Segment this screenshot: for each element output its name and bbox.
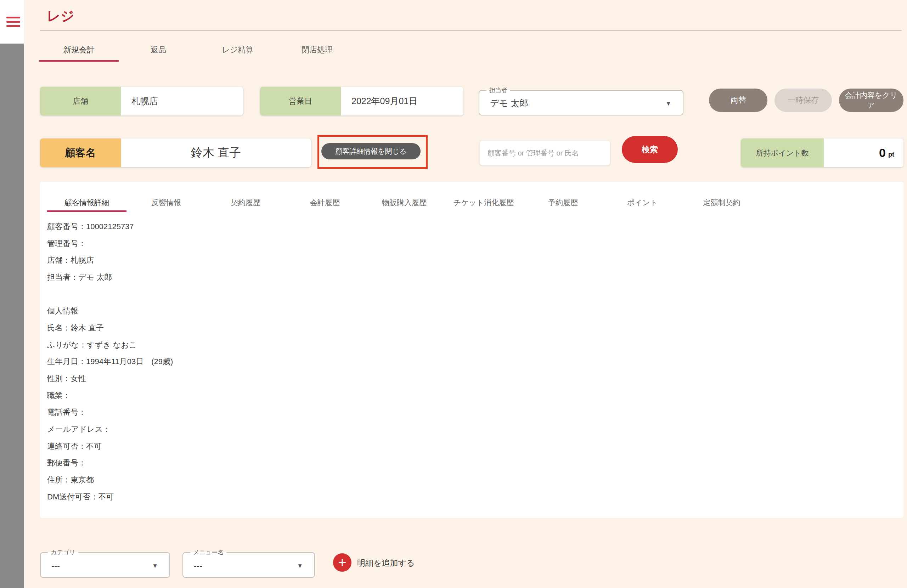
customer-name-label: 顧客名 <box>40 138 121 167</box>
customer-detail-text: 顧客番号：10002125737 管理番号： 店舗：札幌店 担当者：デモ 太郎 … <box>47 218 173 505</box>
detail-line-gender: 性別：女性 <box>47 370 173 387</box>
staff-select[interactable]: 担当者 デモ 太郎 ▼ <box>479 86 683 115</box>
menu-name-select-value: --- <box>194 561 202 570</box>
detail-line-management-number: 管理番号： <box>47 235 173 252</box>
points-label: 所持ポイント数 <box>741 138 824 167</box>
register-page: レジ 新規会計 返品 レジ精算 閉店処理 店舗 札幌店 営業日 2022年09月… <box>0 0 907 588</box>
points-unit: pt <box>888 147 894 158</box>
page-title: レジ <box>47 7 74 25</box>
category-select-value: --- <box>51 561 60 570</box>
detail-line-furigana: ふりがな：すずき なおこ <box>47 336 173 354</box>
tab-new-sale[interactable]: 新規会計 <box>39 40 119 62</box>
menu-name-select[interactable]: メニュー名 --- ▼ <box>183 548 315 578</box>
menu-name-select-label: メニュー名 <box>190 548 226 556</box>
detail-line-customer-number: 顧客番号：10002125737 <box>47 218 173 235</box>
detail-line-dm-allowed: DM送付可否：不可 <box>47 489 173 505</box>
detail-tab-ticket-usage-history[interactable]: チケット消化履歴 <box>444 195 523 212</box>
temp-save-button[interactable]: 一時保存 <box>774 88 832 112</box>
detail-line-contactable: 連絡可否：不可 <box>47 438 173 455</box>
sidebar <box>0 0 24 588</box>
title-divider <box>40 30 902 31</box>
chevron-down-icon: ▼ <box>152 562 158 570</box>
detail-line-address: 住所：東京都 <box>47 471 173 489</box>
detail-tab-customer-info[interactable]: 顧客情報詳細 <box>47 195 127 212</box>
detail-tab-feedback[interactable]: 反響情報 <box>127 195 206 212</box>
plus-icon: + <box>338 555 346 570</box>
tab-closing-process[interactable]: 閉店処理 <box>277 40 357 62</box>
store-label: 店舗 <box>40 87 121 115</box>
detail-tab-reservation-history[interactable]: 予約履歴 <box>523 195 603 212</box>
detail-tab-points[interactable]: ポイント <box>603 195 682 212</box>
chevron-down-icon: ▼ <box>297 562 303 570</box>
store-value: 札幌店 <box>121 87 243 115</box>
detail-line-occupation: 職業： <box>47 387 173 404</box>
business-day-field: 営業日 2022年09月01日 <box>260 87 463 115</box>
store-field: 店舗 札幌店 <box>40 87 243 115</box>
detail-line-name: 氏名：鈴木 直子 <box>47 319 173 336</box>
chevron-down-icon: ▼ <box>665 100 671 107</box>
detail-tab-product-purchase-history[interactable]: 物販購入履歴 <box>365 195 444 212</box>
detail-line-birthdate: 生年月日：1994年11月03日 (29歳) <box>47 354 173 370</box>
close-customer-detail-button[interactable]: 顧客詳細情報を閉じる <box>321 143 421 159</box>
category-select-label: カテゴリ <box>48 548 78 556</box>
detail-line-staff: 担当者：デモ 太郎 <box>47 269 173 286</box>
add-line-item-label: 明細を追加する <box>357 558 415 569</box>
points-field: 所持ポイント数 0 pt <box>741 138 904 167</box>
detail-tab-bar: 顧客情報詳細 反響情報 契約履歴 会計履歴 物販購入履歴 チケット消化履歴 予約… <box>47 195 761 212</box>
detail-line-phone: 電話番号： <box>47 404 173 421</box>
customer-name-field: 顧客名 鈴木 直子 <box>40 138 311 167</box>
detail-line-email: メールアドレス： <box>47 421 173 438</box>
points-value: 0 pt <box>824 138 904 167</box>
business-day-label: 営業日 <box>260 87 341 115</box>
customer-name-value: 鈴木 直子 <box>121 138 311 167</box>
detail-tab-subscription[interactable]: 定額制契約 <box>682 195 761 212</box>
tab-register-settlement[interactable]: レジ精算 <box>198 40 277 62</box>
customer-detail-panel: 顧客情報詳細 反響情報 契約履歴 会計履歴 物販購入履歴 チケット消化履歴 予約… <box>40 182 904 518</box>
staff-select-label: 担当者 <box>486 86 510 94</box>
detail-line-spacer <box>47 286 173 303</box>
business-day-value: 2022年09月01日 <box>341 87 463 115</box>
add-line-item-button[interactable]: + <box>333 553 351 572</box>
tab-returns[interactable]: 返品 <box>119 40 198 62</box>
main-tab-bar: 新規会計 返品 レジ精算 閉店処理 <box>39 40 357 62</box>
customer-search-input[interactable] <box>480 141 610 165</box>
exchange-button[interactable]: 両替 <box>709 88 768 112</box>
detail-line-store: 店舗：札幌店 <box>47 252 173 269</box>
points-number: 0 <box>879 146 886 160</box>
detail-line-postal-code: 郵便番号： <box>47 455 173 472</box>
category-select[interactable]: カテゴリ --- ▼ <box>40 548 170 578</box>
hamburger-menu-icon[interactable] <box>6 17 20 27</box>
detail-tab-contract-history[interactable]: 契約履歴 <box>206 195 285 212</box>
clear-sale-button[interactable]: 会計内容をクリア <box>839 88 904 112</box>
detail-tab-sales-history[interactable]: 会計履歴 <box>285 195 365 212</box>
detail-line-personal-info-heading: 個人情報 <box>47 303 173 319</box>
staff-select-value: デモ 太郎 <box>490 98 528 109</box>
search-button[interactable]: 検索 <box>622 136 678 163</box>
